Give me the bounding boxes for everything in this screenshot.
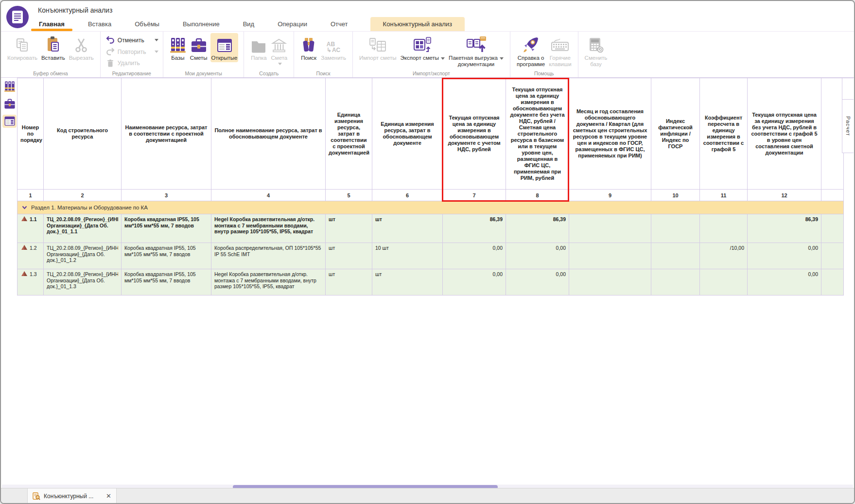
sidebar-estimates-icon[interactable]: [2, 97, 17, 110]
tab-calculation[interactable]: Расчет: [842, 100, 854, 153]
close-icon[interactable]: ✕: [106, 493, 111, 499]
opened-button[interactable]: Открытые: [210, 33, 239, 62]
batch-upload-label2: документации: [458, 61, 495, 68]
cell-code[interactable]: ТЦ_20.2.08.09_{Регион}_{ИНН Организации}…: [44, 214, 122, 243]
cell-price-level[interactable]: 0,00: [748, 269, 821, 295]
section-row[interactable]: Раздел 1. Материалы и Оборудование по КА: [17, 201, 844, 214]
cut-button[interactable]: Вырезать: [68, 33, 95, 62]
cell-number[interactable]: 1.1: [17, 214, 44, 243]
cell-index[interactable]: [651, 214, 700, 243]
cell-number[interactable]: 1.3: [17, 269, 44, 295]
redo-button[interactable]: Повторить: [105, 48, 158, 56]
ribbon-group-mydocs: Базы Сметы Открытые Мои документы: [163, 32, 244, 77]
estimate-dropdown-icon[interactable]: [278, 63, 282, 65]
change-base-button[interactable]: Сменить базу: [584, 33, 609, 69]
cell-coef[interactable]: [700, 269, 748, 295]
cell-extra[interactable]: [821, 269, 844, 295]
estimates-button[interactable]: Сметы: [189, 33, 209, 62]
building-icon: [271, 35, 287, 53]
col-number: 9: [569, 190, 651, 201]
cell-unit-design[interactable]: шт: [326, 214, 372, 243]
right-panel-strip: Расчет: [842, 78, 854, 153]
cell-extra[interactable]: [821, 243, 844, 269]
cell-price-novat[interactable]: 0,00: [506, 243, 569, 269]
bases-button[interactable]: Базы: [169, 33, 187, 62]
tab-execution[interactable]: Выполнение: [182, 17, 221, 31]
cell-price-novat[interactable]: 86,39: [506, 214, 569, 243]
search-button[interactable]: Поиск: [299, 33, 318, 62]
replace-button[interactable]: ABAC Заменить: [320, 33, 347, 62]
cell-name[interactable]: Коробка квадратная IP55, 105 мм*105 мм*5…: [122, 214, 211, 243]
cell-fullname[interactable]: Коробка распределительная, ОП 105*105*55…: [211, 243, 326, 269]
cell-extra[interactable]: [821, 214, 844, 243]
sidebar-opened-icon[interactable]: [2, 115, 17, 128]
cell-index[interactable]: [651, 243, 700, 269]
undo-button[interactable]: Отменить: [105, 36, 158, 44]
cell-coef[interactable]: /10,00: [700, 243, 748, 269]
col-header-13: [821, 78, 844, 190]
cell-unit-doc[interactable]: шт: [372, 269, 443, 295]
export-button[interactable]: Экспорт сметы: [400, 33, 446, 62]
table-row: 1.3 ТЦ_20.2.08.09_{Регион}_{ИНН Организа…: [17, 269, 844, 295]
cell-unit-design[interactable]: шт: [326, 269, 372, 295]
tab-volumes[interactable]: Объёмы: [134, 17, 160, 31]
tab-insert[interactable]: Вставка: [87, 17, 112, 31]
batch-upload-button[interactable]: Пакетная выгрузка документации: [448, 33, 505, 69]
cell-price-level[interactable]: 0,00: [748, 243, 821, 269]
document-tab[interactable]: Конъюнктурный ... ✕: [27, 488, 117, 504]
cell-fullname[interactable]: Hegel Коробка разветвительная д/откр. мо…: [211, 269, 326, 295]
cell-month[interactable]: [569, 243, 651, 269]
cell-month[interactable]: [569, 269, 651, 295]
copy-button[interactable]: Копировать: [6, 33, 38, 62]
col-number: 7: [443, 190, 506, 201]
tab-operations[interactable]: Операции: [277, 17, 308, 31]
cell-month[interactable]: [569, 214, 651, 243]
hotkeys-button[interactable]: Горячие клавиши: [548, 33, 572, 69]
cell-fullname[interactable]: Hegel Коробка разветвительная д/откр. мо…: [211, 214, 326, 243]
cell-name[interactable]: Коробка квадратная IP55, 105 мм*105 мм*5…: [122, 269, 211, 295]
copy-label: Копировать: [7, 55, 37, 61]
delete-button[interactable]: Удалить: [105, 59, 158, 67]
cell-coef[interactable]: [700, 214, 748, 243]
cell-code[interactable]: ТЦ_20.2.08.09_{Регион}_{ИНН Организации}…: [44, 269, 122, 295]
about-button[interactable]: Справка о программе: [516, 33, 546, 69]
cell-price-vat[interactable]: 86,39: [443, 214, 506, 243]
cell-index[interactable]: [651, 269, 700, 295]
document-tab-label: Конъюнктурный ...: [44, 493, 103, 500]
cell-code[interactable]: ТЦ_20.2.08.09_{Регион}_{ИНН Организации}…: [44, 243, 122, 269]
tab-analysis[interactable]: Конъюнктурный анализ: [370, 17, 465, 31]
cell-name[interactable]: Коробка квадратная IP55, 105 мм*105 мм*5…: [122, 243, 211, 269]
undo-label: Отменить: [118, 37, 153, 44]
export-label: Экспорт сметы: [401, 55, 439, 61]
undo-dropdown-icon[interactable]: [155, 39, 158, 41]
section-title: Раздел 1. Материалы и Оборудование по КА: [31, 205, 148, 210]
change-base-label1: Сменить: [585, 55, 608, 61]
tab-home[interactable]: Главная: [38, 17, 66, 31]
col-header-3: Наименование ресурса, затрат в соответст…: [122, 78, 211, 190]
batch-dropdown-icon[interactable]: [500, 57, 504, 60]
tab-view[interactable]: Вид: [242, 17, 256, 31]
cell-price-novat[interactable]: 0,00: [506, 269, 569, 295]
cell-unit-doc[interactable]: шт: [372, 214, 443, 243]
paste-label: Вставить: [41, 55, 65, 61]
chevron-down-icon[interactable]: [22, 206, 27, 209]
cell-number[interactable]: 1.2: [17, 243, 44, 269]
cell-price-vat[interactable]: 0,00: [443, 243, 506, 269]
redo-dropdown-icon[interactable]: [155, 51, 158, 53]
cell-unit-doc[interactable]: 10 шт: [372, 243, 443, 269]
import-button[interactable]: Импорт сметы: [358, 33, 398, 62]
col-number: 4: [211, 190, 326, 201]
paste-button[interactable]: Вставить: [40, 33, 66, 62]
estimate-button[interactable]: Смета: [270, 33, 288, 66]
col-number: [821, 190, 844, 201]
briefcase-icon: [191, 35, 207, 53]
folder-button[interactable]: Папка: [249, 33, 268, 62]
group-label-search: Поиск: [294, 70, 352, 76]
tab-report[interactable]: Отчет: [330, 17, 349, 31]
sidebar-bases-icon[interactable]: [2, 80, 17, 93]
cell-price-level[interactable]: 86,39: [748, 214, 821, 243]
cell-unit-design[interactable]: шт: [326, 243, 372, 269]
redo-icon: [105, 48, 116, 56]
cell-price-vat[interactable]: 0,00: [443, 269, 506, 295]
export-dropdown-icon[interactable]: [441, 57, 445, 60]
